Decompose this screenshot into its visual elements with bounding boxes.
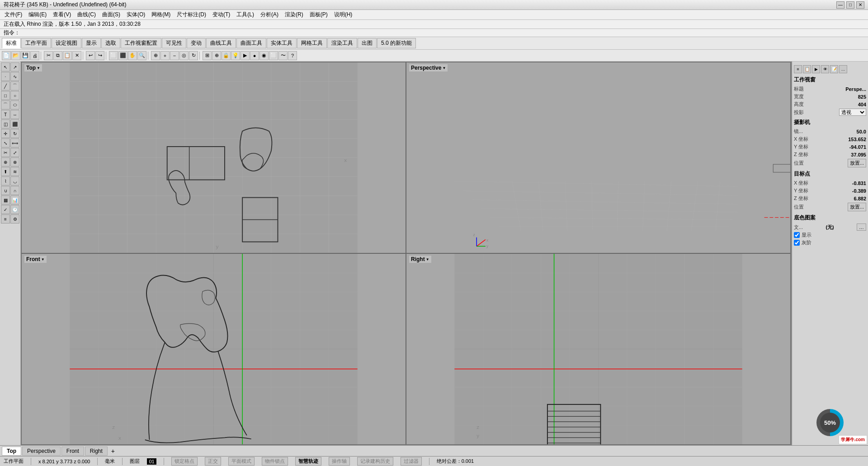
tab-front[interactable]: Front	[61, 447, 84, 456]
menu-render[interactable]: 渲染(R)	[282, 10, 306, 19]
menu-file[interactable]: 文件(F)	[2, 10, 25, 19]
tab-transform[interactable]: 变动	[187, 38, 206, 48]
lt-select[interactable]: ↖	[1, 62, 10, 71]
tb-print[interactable]: 🖨	[30, 51, 39, 60]
viewport-top-label[interactable]: Top ▼	[24, 64, 42, 71]
tb-save[interactable]: 💾	[21, 51, 30, 60]
lt-history[interactable]: 🕐	[10, 205, 19, 214]
tb-help-btn[interactable]: ?	[288, 51, 297, 60]
lt-surface[interactable]: ◫	[1, 119, 10, 128]
lt-extrude[interactable]: ⬆	[1, 167, 10, 176]
lt-rect[interactable]: □	[1, 91, 10, 100]
rp-bg-grey-checkbox[interactable]	[794, 240, 800, 246]
lt-bool-union[interactable]: ∪	[1, 186, 10, 195]
lt-solid[interactable]: ⬛	[10, 119, 19, 128]
viewport-top[interactable]: Top ▼	[21, 62, 406, 253]
tb-select-window[interactable]: ⬛	[118, 51, 127, 60]
lt-rotate[interactable]: ↻	[10, 129, 19, 138]
menu-dim[interactable]: 尺寸标注(D)	[174, 10, 209, 19]
menu-curve[interactable]: 曲线(C)	[75, 10, 99, 19]
rp-layers-icon[interactable]: ≡	[794, 65, 802, 73]
tb-zoom-in[interactable]: +	[160, 51, 170, 60]
lt-select-sub[interactable]: ↗	[10, 62, 19, 71]
menu-panel[interactable]: 面板(P)	[307, 10, 330, 19]
tb-zoom-window[interactable]: ⊕	[151, 51, 160, 60]
sb-history-btn[interactable]: 记录建构历史	[357, 457, 393, 466]
tb-zoom-out[interactable]: −	[170, 51, 179, 60]
sb-filter-btn[interactable]: 过滤器	[401, 457, 422, 466]
lt-join[interactable]: ⊕	[1, 157, 10, 166]
viewport-front-label[interactable]: Front ▼	[24, 256, 47, 263]
lt-properties[interactable]: ⚙	[10, 214, 19, 223]
lt-dim[interactable]: ↔	[10, 110, 19, 119]
sb-smarttrack-btn[interactable]: 智慧轨迹	[295, 457, 321, 466]
menu-tools[interactable]: 工具(L)	[234, 10, 257, 19]
rp-more-icon[interactable]: …	[839, 65, 847, 73]
tab-setview[interactable]: 设定视图	[52, 38, 81, 48]
tb-paste[interactable]: 📋	[63, 51, 72, 60]
lt-analysis[interactable]: 📊	[10, 195, 19, 204]
menu-solid[interactable]: 实体(O)	[124, 10, 148, 19]
lt-arc[interactable]: ⌒	[1, 100, 10, 109]
tb-redo[interactable]: ↪	[95, 51, 104, 60]
rp-render-icon[interactable]: ▶	[812, 65, 820, 73]
tb-box[interactable]: ⬜	[269, 51, 278, 60]
viewport-perspective[interactable]: Perspective ▼	[406, 62, 791, 253]
tab-select[interactable]: 选取	[101, 38, 120, 48]
tab-plot[interactable]: 出图	[358, 38, 377, 48]
lt-move[interactable]: ✛	[1, 129, 10, 138]
lt-blend[interactable]: ⌇	[1, 176, 10, 185]
viewport-right[interactable]: Right ▼	[406, 253, 791, 445]
rp-bg-show-checkbox[interactable]	[794, 232, 800, 238]
lt-trim[interactable]: ✂	[1, 148, 10, 157]
maximize-button[interactable]: □	[846, 1, 854, 9]
viewport-perspective-label[interactable]: Perspective ▼	[409, 64, 448, 71]
tb-snap[interactable]: ⊕	[212, 51, 221, 60]
lt-check[interactable]: ✓	[1, 205, 10, 214]
rp-properties-icon[interactable]: 📋	[803, 65, 811, 73]
tb-delete[interactable]: ✕	[72, 51, 81, 60]
lt-split[interactable]: ⊗	[10, 157, 19, 166]
lt-fillet[interactable]: ◡	[10, 176, 19, 185]
rp-notes-icon[interactable]: 📝	[830, 65, 838, 73]
tab-solid-tools[interactable]: 实体工具	[267, 38, 297, 48]
tb-render-btn[interactable]: ▶	[241, 51, 250, 60]
tb-grid[interactable]: ⊞	[203, 51, 212, 60]
tab-standard[interactable]: 标准	[2, 38, 21, 48]
tab-right[interactable]: Right	[85, 447, 108, 456]
lt-scale[interactable]: ⤡	[1, 138, 10, 147]
tb-copy[interactable]: ⧉	[53, 51, 62, 60]
tb-zoom-ext[interactable]: 🔍	[137, 51, 146, 60]
rp-bg-browse-btn[interactable]: …	[857, 223, 866, 231]
tb-lock[interactable]: 🔒	[222, 51, 231, 60]
tab-top[interactable]: Top	[2, 447, 21, 456]
tb-undo[interactable]: ↩	[86, 51, 95, 60]
viewport-right-label[interactable]: Right ▼	[409, 256, 431, 263]
sb-locksnap-btn[interactable]: 锁定格点	[171, 457, 198, 466]
lt-curve[interactable]: ∿	[10, 72, 19, 81]
tab-mesh-tools[interactable]: 网格工具	[297, 38, 327, 48]
menu-help[interactable]: 说明(H)	[331, 10, 355, 19]
tab-render-tools[interactable]: 渲染工具	[327, 38, 357, 48]
sb-planar-btn[interactable]: 平面模式	[228, 457, 255, 466]
lt-line[interactable]: ╱	[1, 81, 10, 90]
tab-new-features[interactable]: 5.0 的新功能	[377, 38, 416, 48]
close-button[interactable]: ✕	[856, 1, 864, 9]
sb-gumball-btn[interactable]: 操作轴	[329, 457, 350, 466]
lt-point[interactable]: ·	[1, 72, 10, 81]
menu-mesh[interactable]: 网格(M)	[149, 10, 173, 19]
tb-select-all[interactable]: ⬜	[109, 51, 118, 60]
minimize-button[interactable]: —	[836, 1, 844, 9]
menu-transform[interactable]: 变动(T)	[210, 10, 233, 19]
menu-surface[interactable]: 曲面(S)	[99, 10, 123, 19]
lt-bool-diff[interactable]: ∩	[10, 186, 19, 195]
tb-sphere[interactable]: ◉	[259, 51, 269, 60]
lt-circle[interactable]: ○	[10, 91, 19, 100]
lt-mesh-btn[interactable]: ▦	[1, 195, 10, 204]
tb-pan[interactable]: ✋	[128, 51, 137, 60]
tb-mat[interactable]: ●	[250, 51, 259, 60]
rp-tgt-place-btn[interactable]: 放置...	[848, 203, 866, 211]
sb-ortho-btn[interactable]: 正交	[205, 457, 221, 466]
lt-layer[interactable]: ≡	[1, 214, 10, 223]
lt-mirror[interactable]: ⟺	[10, 138, 19, 147]
